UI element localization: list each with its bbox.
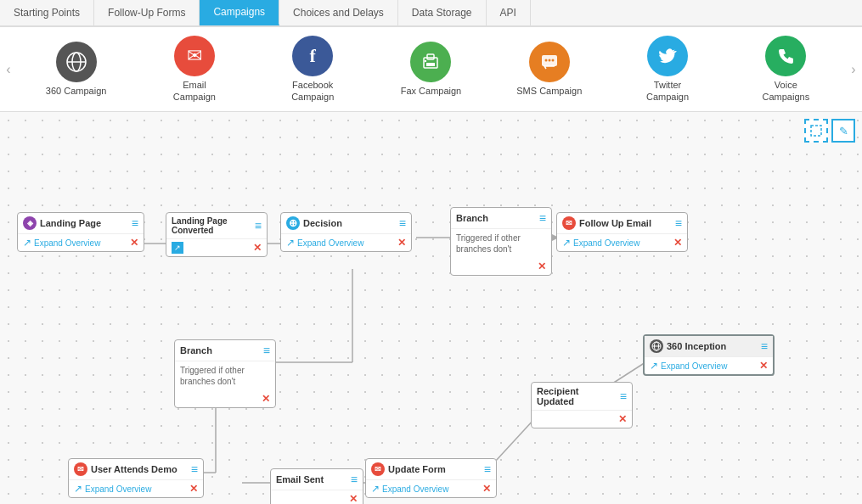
follow-up-email-header: ✉ Follow Up Email ≡ bbox=[557, 213, 687, 234]
scroll-right-arrow[interactable]: › bbox=[845, 32, 862, 106]
decision-title: Decision bbox=[303, 218, 396, 228]
svg-rect-32 bbox=[811, 126, 821, 136]
campaign-email[interactable]: ✉ Email Campaign bbox=[161, 36, 228, 102]
campaign-facebook[interactable]: f Facebook Campaign bbox=[279, 36, 346, 102]
recipient-updated-header: Recipient Updated ≡ bbox=[532, 383, 632, 411]
decision-expand-icon: ↗ bbox=[286, 237, 295, 249]
campaign-sms-icon bbox=[529, 42, 570, 82]
user-attends-expand-icon: ↗ bbox=[74, 483, 82, 495]
landing-page-menu[interactable]: ≡ bbox=[132, 216, 138, 230]
user-attends-demo-delete[interactable]: ✕ bbox=[189, 483, 198, 495]
tab-follow-up-forms[interactable]: Follow-Up Forms bbox=[94, 0, 200, 25]
landing-page-expand-label: Expand Overview bbox=[34, 238, 100, 248]
update-form-expand[interactable]: ↗ Expand Overview bbox=[371, 483, 448, 495]
lpc-title: Landing Page Converted bbox=[172, 216, 251, 235]
user-attends-demo-header: ✉ User Attends Demo ≡ bbox=[69, 459, 203, 480]
decision-menu[interactable]: ≡ bbox=[399, 216, 406, 230]
node-landing-page: ◈ Landing Page ≡ ↗ Expand Overview ✕ bbox=[17, 212, 144, 252]
360-inception-title: 360 Inception bbox=[667, 341, 758, 351]
select-tool-button[interactable] bbox=[804, 119, 828, 143]
campaign-twitter[interactable]: Twitter Campaign bbox=[634, 36, 701, 102]
lpc-menu[interactable]: ≡ bbox=[255, 219, 262, 232]
user-attends-demo-expand[interactable]: ↗ Expand Overview bbox=[74, 483, 151, 495]
node-follow-up-email: ✉ Follow Up Email ≡ ↗ Expand Overview ✕ bbox=[556, 212, 688, 252]
expand-icon: ↗ bbox=[23, 237, 31, 249]
follow-up-email-footer: ↗ Expand Overview ✕ bbox=[557, 234, 687, 251]
campaign-twitter-label: Twitter Campaign bbox=[634, 80, 701, 102]
branch-top-delete[interactable]: ✕ bbox=[538, 260, 546, 272]
branch-top-footer: ✕ bbox=[451, 258, 551, 275]
scroll-left-arrow[interactable]: ‹ bbox=[0, 32, 17, 106]
node-360-inception: 360 Inception ≡ ↗ Expand Overview ✕ bbox=[643, 334, 775, 376]
branch-mid-body: Triggered if other branches don't bbox=[175, 361, 275, 390]
email-sent-delete[interactable]: ✕ bbox=[349, 493, 358, 504]
follow-up-email-icon: ✉ bbox=[562, 216, 576, 230]
svg-point-6 bbox=[425, 60, 426, 62]
follow-up-email-title: Follow Up Email bbox=[579, 218, 672, 228]
branch-top-menu[interactable]: ≡ bbox=[539, 211, 546, 225]
campaign-facebook-label: Facebook Campaign bbox=[279, 80, 346, 102]
campaign-sms[interactable]: SMS Campaign bbox=[516, 42, 583, 97]
branch-top-header: Branch ≡ bbox=[451, 208, 551, 229]
campaign-voice[interactable]: Voice Campaigns bbox=[752, 36, 820, 102]
branch-mid-menu[interactable]: ≡ bbox=[263, 344, 270, 357]
tab-choices-and-delays[interactable]: Choices and Delays bbox=[279, 0, 398, 25]
landing-page-footer: ↗ Expand Overview ✕ bbox=[18, 234, 144, 251]
email-sent-title: Email Sent bbox=[276, 474, 347, 484]
branch-top-body: Triggered if other branches don't bbox=[451, 229, 551, 258]
update-form-delete[interactable]: ✕ bbox=[482, 483, 491, 495]
lpc-delete[interactable]: ✕ bbox=[253, 242, 262, 254]
follow-up-email-expand[interactable]: ↗ Expand Overview bbox=[562, 237, 639, 249]
360-inception-delete[interactable]: ✕ bbox=[759, 360, 768, 372]
branch-mid-header: Branch ≡ bbox=[175, 340, 275, 361]
recipient-updated-menu[interactable]: ≡ bbox=[620, 389, 627, 403]
top-nav: Starting Points Follow-Up Forms Campaign… bbox=[0, 0, 862, 27]
campaign-voice-label: Voice Campaigns bbox=[752, 80, 820, 102]
360-inception-expand[interactable]: ↗ Expand Overview bbox=[650, 360, 727, 372]
user-attends-demo-expand-label: Expand Overview bbox=[85, 484, 151, 494]
edit-tool-button[interactable]: ✎ bbox=[831, 119, 855, 143]
360-inception-footer: ↗ Expand Overview ✕ bbox=[645, 357, 773, 374]
svg-rect-4 bbox=[427, 54, 434, 59]
node-branch-mid: Branch ≡ Triggered if other branches don… bbox=[174, 339, 276, 408]
landing-page-delete[interactable]: ✕ bbox=[130, 237, 138, 249]
campaign-360-icon bbox=[56, 42, 97, 82]
campaign-fax[interactable]: Fax Campaign bbox=[397, 42, 465, 97]
lpc-connector: ↗ bbox=[172, 242, 183, 254]
canvas-toolbar: ✎ bbox=[804, 119, 855, 143]
email-sent-menu[interactable]: ≡ bbox=[351, 473, 358, 486]
campaign-row: ‹ 360 Campaign ✉ Email Campaign f Facebo… bbox=[0, 27, 862, 112]
node-recipient-updated: Recipient Updated ≡ ✕ bbox=[531, 382, 633, 428]
campaign-360[interactable]: 360 Campaign bbox=[42, 42, 110, 97]
follow-up-email-delete[interactable]: ✕ bbox=[673, 237, 682, 249]
user-attends-demo-menu[interactable]: ≡ bbox=[191, 462, 198, 476]
recipient-updated-delete[interactable]: ✕ bbox=[618, 413, 627, 425]
tab-campaigns[interactable]: Campaigns bbox=[200, 0, 279, 25]
landing-page-expand[interactable]: ↗ Expand Overview bbox=[23, 237, 100, 249]
tab-starting-points[interactable]: Starting Points bbox=[0, 0, 94, 25]
branch-top-title: Branch bbox=[456, 213, 536, 223]
campaign-email-label: Email Campaign bbox=[161, 80, 228, 102]
decision-delete[interactable]: ✕ bbox=[397, 237, 406, 249]
tab-api[interactable]: API bbox=[487, 0, 531, 25]
update-form-menu[interactable]: ≡ bbox=[484, 462, 491, 476]
user-attends-demo-icon: ✉ bbox=[74, 462, 87, 476]
update-form-expand-label: Expand Overview bbox=[382, 484, 448, 494]
branch-mid-delete[interactable]: ✕ bbox=[262, 393, 270, 405]
tab-data-storage[interactable]: Data Storage bbox=[398, 0, 487, 25]
360-inception-expand-label: Expand Overview bbox=[661, 361, 727, 371]
landing-page-icon: ◈ bbox=[23, 216, 37, 230]
follow-up-expand-icon: ↗ bbox=[562, 237, 571, 249]
follow-up-email-expand-label: Expand Overview bbox=[573, 238, 639, 248]
campaign-email-icon: ✉ bbox=[174, 36, 215, 76]
decision-expand[interactable]: ↗ Expand Overview bbox=[286, 237, 363, 249]
svg-rect-5 bbox=[426, 63, 435, 66]
user-attends-demo-footer: ↗ Expand Overview ✕ bbox=[69, 480, 203, 497]
campaign-icons-list: 360 Campaign ✉ Email Campaign f Facebook… bbox=[17, 36, 845, 102]
update-form-footer: ↗ Expand Overview ✕ bbox=[366, 480, 496, 497]
user-attends-demo-title: User Attends Demo bbox=[91, 464, 188, 474]
360-inception-menu[interactable]: ≡ bbox=[761, 339, 768, 353]
node-landing-page-converted: Landing Page Converted ≡ ↗ ✕ bbox=[166, 212, 268, 257]
node-update-form: ✉ Update Form ≡ ↗ Expand Overview ✕ bbox=[365, 458, 497, 498]
follow-up-email-menu[interactable]: ≡ bbox=[675, 216, 682, 230]
